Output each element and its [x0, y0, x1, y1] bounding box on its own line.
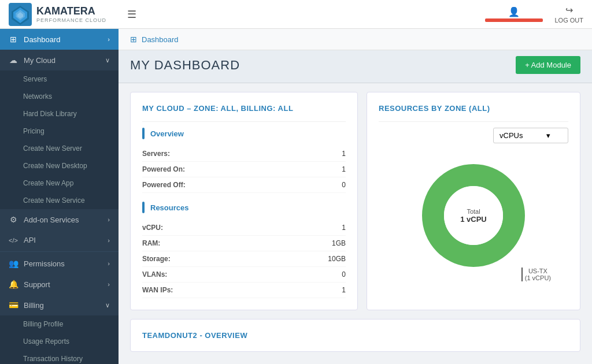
resources-divider — [379, 121, 568, 122]
wan-ips-value: 1 — [342, 286, 346, 294]
dashboard-icon: ⊞ — [9, 35, 18, 44]
powered-off-value: 0 — [342, 181, 346, 189]
header-middle: ☰ — [124, 5, 485, 24]
billing-icon: 💳 — [9, 300, 18, 310]
hamburger-menu-icon[interactable]: ☰ — [124, 5, 139, 24]
dashboard-chevron-icon: › — [108, 36, 110, 43]
add-on-services-chevron-icon: › — [108, 216, 110, 223]
sidebar-item-billing-profile[interactable]: Billing Profile — [0, 315, 119, 333]
add-module-button[interactable]: + Add Module — [516, 56, 580, 74]
servers-value: 1 — [342, 150, 346, 158]
sidebar-item-transaction-history[interactable]: Transaction History — [0, 350, 119, 364]
sidebar-item-dashboard[interactable]: ⊞ Dashboard › — [0, 29, 119, 50]
resources-section: Resources vCPU: 1 RAM: 1GB — [142, 202, 346, 298]
card-divider-1 — [142, 121, 346, 122]
my-cloud-submenu: Servers Networks Hard Disk Library Prici… — [0, 70, 119, 209]
dropdown-value: vCPUs — [500, 131, 523, 140]
main-layout: ⊞ Dashboard › ☁ My Cloud ∨ Servers Netwo… — [0, 29, 592, 364]
servers-label: Servers: — [142, 150, 170, 158]
bottom-card: TEAMDONUT2 - OVERVIEW — [130, 319, 580, 352]
vcpu-label: vCPU: — [142, 224, 163, 232]
content-area: ⊞ Dashboard MY DASHBOARD + Add Module MY… — [119, 29, 592, 364]
sidebar-billing-label: Billing — [24, 301, 105, 310]
my-cloud-icon: ☁ — [9, 55, 18, 65]
user-progress-bar — [485, 18, 543, 22]
my-cloud-card: MY CLOUD – ZONE: ALL, BILLING: ALL Overv… — [130, 92, 358, 310]
vcpus-dropdown[interactable]: vCPUs ▾ — [493, 128, 568, 143]
vlans-label: VLANs: — [142, 270, 167, 278]
donut-total-label: Total — [460, 208, 487, 215]
page-header: MY DASHBOARD + Add Module — [119, 50, 592, 83]
sidebar-item-add-on-services[interactable]: ⚙ Add-on Services › — [0, 209, 119, 230]
dashboard-content: MY CLOUD – ZONE: ALL, BILLING: ALL Overv… — [119, 83, 592, 361]
overview-row-servers: Servers: 1 — [142, 146, 346, 162]
top-header: KAMATERA PERFORMANCE CLOUD ☰ 👤 ↪ LOG OUT — [0, 0, 592, 29]
sidebar: ⊞ Dashboard › ☁ My Cloud ∨ Servers Netwo… — [0, 29, 119, 364]
breadcrumb: ⊞ Dashboard — [119, 29, 592, 50]
resources-zone-title: RESOURCES BY ZONE (ALL) — [379, 104, 568, 113]
resources-section-title: Resources — [150, 203, 188, 212]
donut-chart-container: Total 1 vCPU — [379, 158, 568, 273]
my-cloud-chevron-icon: ∨ — [105, 57, 110, 64]
donut-center-label: Total 1 vCPU — [460, 208, 487, 224]
sidebar-permissions-label: Permissions — [24, 259, 108, 268]
ram-value: 1GB — [332, 239, 346, 247]
ram-label: RAM: — [142, 239, 160, 247]
sidebar-item-create-new-server[interactable]: Create New Server — [0, 140, 119, 157]
wan-ips-label: WAN IPs: — [142, 286, 173, 294]
sidebar-item-create-new-desktop[interactable]: Create New Desktop — [0, 157, 119, 174]
resources-zone-card: RESOURCES BY ZONE (ALL) vCPUs ▾ — [367, 92, 580, 310]
sidebar-item-hard-disk-library[interactable]: Hard Disk Library — [0, 105, 119, 122]
sidebar-item-my-cloud[interactable]: ☁ My Cloud ∨ — [0, 50, 119, 70]
sidebar-dashboard-label: Dashboard — [24, 35, 108, 44]
logout-label: LOG OUT — [554, 17, 583, 24]
page-title: MY DASHBOARD — [130, 58, 240, 73]
billing-submenu: Billing Profile Usage Reports Transactio… — [0, 315, 119, 364]
resource-row-wan-ips: WAN IPs: 1 — [142, 283, 346, 298]
overview-section-title: Overview — [150, 129, 184, 138]
user-icon: 👤 — [508, 6, 520, 17]
resource-row-vcpu: vCPU: 1 — [142, 220, 346, 236]
sidebar-add-on-services-label: Add-on Services — [24, 216, 108, 224]
resource-row-storage: Storage: 10GB — [142, 251, 346, 267]
storage-value: 10GB — [328, 255, 346, 263]
donut-total-value: 1 vCPU — [460, 215, 487, 224]
logout-area[interactable]: ↪ LOG OUT — [554, 5, 583, 24]
overview-row-powered-off: Powered Off: 0 — [142, 177, 346, 193]
user-area: 👤 — [485, 6, 543, 22]
sidebar-item-create-new-service[interactable]: Create New Service — [0, 192, 119, 209]
section-bar-overview — [142, 128, 145, 139]
logo-name: KAMATERA — [36, 5, 106, 17]
vcpu-value: 1 — [342, 224, 346, 232]
powered-on-label: Powered On: — [142, 165, 185, 173]
logout-icon: ↪ — [565, 5, 573, 16]
sidebar-item-support[interactable]: 🔔 Support › — [0, 274, 119, 295]
sidebar-item-create-new-app[interactable]: Create New App — [0, 174, 119, 192]
sidebar-item-networks[interactable]: Networks — [0, 88, 119, 105]
section-bar-resources — [142, 202, 145, 213]
header-right: 👤 ↪ LOG OUT — [485, 5, 583, 24]
overview-rows: Servers: 1 Powered On: 1 Powered Off: 0 — [142, 146, 346, 193]
bottom-card-title: TEAMDONUT2 - OVERVIEW — [142, 331, 568, 340]
support-icon: 🔔 — [9, 280, 18, 289]
sidebar-item-api[interactable]: </> API › — [0, 230, 119, 250]
sidebar-item-permissions[interactable]: 👥 Permissions › — [0, 253, 119, 274]
powered-off-label: Powered Off: — [142, 181, 186, 189]
sidebar-item-pricing[interactable]: Pricing — [0, 122, 119, 140]
storage-label: Storage: — [142, 255, 171, 263]
sidebar-item-billing[interactable]: 💳 Billing ∨ — [0, 295, 119, 315]
permissions-icon: 👥 — [9, 259, 18, 268]
sidebar-api-label: API — [24, 236, 108, 244]
sidebar-item-servers[interactable]: Servers — [0, 70, 119, 88]
resources-section-header: Resources — [142, 202, 346, 213]
resource-row-vlans: VLANs: 0 — [142, 267, 346, 283]
logo-tagline: PERFORMANCE CLOUD — [36, 17, 106, 23]
my-cloud-card-title: MY CLOUD – ZONE: ALL, BILLING: ALL — [142, 104, 346, 113]
resources-rows: vCPU: 1 RAM: 1GB Storage: 10GB — [142, 220, 346, 298]
api-icon: </> — [9, 237, 18, 244]
sidebar-item-usage-reports[interactable]: Usage Reports — [0, 333, 119, 350]
logo-area: KAMATERA PERFORMANCE CLOUD — [9, 3, 124, 26]
sidebar-divider-1 — [0, 251, 119, 252]
overview-section-header: Overview — [142, 128, 346, 139]
resource-row-ram: RAM: 1GB — [142, 236, 346, 251]
